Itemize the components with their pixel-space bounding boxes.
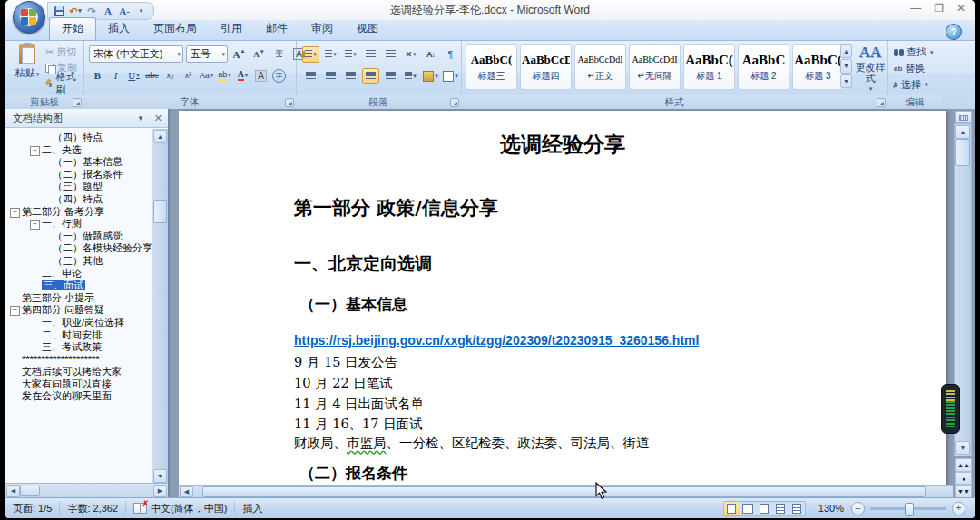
- select-browse-object-button[interactable]: ●: [956, 472, 972, 486]
- sort-button[interactable]: A↓: [422, 46, 439, 63]
- change-case-button[interactable]: Aa▾: [198, 67, 215, 83]
- distribute-button[interactable]: [382, 68, 399, 84]
- next-page-button[interactable]: ▼▼: [956, 485, 972, 498]
- print-layout-button[interactable]: [724, 502, 740, 515]
- change-styles-button[interactable]: AA 更改样式 ▾: [855, 44, 886, 91]
- collapse-icon[interactable]: −: [10, 306, 20, 316]
- ribbon-tab[interactable]: 页面布局: [142, 18, 209, 40]
- sidebar-hscroll-thumb[interactable]: [20, 486, 40, 496]
- restore-button[interactable]: ❐: [934, 2, 944, 15]
- strikethrough-button[interactable]: abc: [143, 67, 161, 83]
- phonetic-guide-button[interactable]: 变: [270, 46, 288, 63]
- sidebar-vertical-scrollbar[interactable]: ▲ ▼: [152, 129, 168, 484]
- paste-button[interactable]: 粘贴▾: [13, 44, 42, 93]
- document-scroll-thumb[interactable]: [956, 139, 970, 166]
- increase-indent-button[interactable]: [382, 46, 399, 63]
- document-map-item[interactable]: − 发在会议的聊天里面: [5, 390, 152, 403]
- subscript-button[interactable]: x₂: [162, 67, 179, 83]
- previous-page-button[interactable]: ▲▲: [956, 458, 972, 472]
- ribbon-tab[interactable]: 插入: [96, 18, 142, 40]
- style-card[interactable]: AaBbC 标题 2: [738, 44, 789, 90]
- hyperlink[interactable]: https://rsj.beijing.gov.cn/xxgk/tzgg/202…: [294, 333, 699, 348]
- document-map-item[interactable]: − 二、央选: [5, 144, 152, 157]
- align-left-button[interactable]: [302, 68, 319, 84]
- bold-button[interactable]: B: [89, 67, 106, 83]
- document-map-item[interactable]: − 二、时间安排: [5, 329, 152, 342]
- document-map-item[interactable]: − 第三部分 小提示: [5, 292, 152, 305]
- borders-button[interactable]: ▾: [442, 68, 459, 84]
- scroll-up-icon[interactable]: ▲: [153, 130, 167, 143]
- style-card[interactable]: AaBbC( 标题 1: [683, 44, 735, 90]
- document-map-item[interactable]: − （一）基本信息: [5, 156, 152, 169]
- show-marks-button[interactable]: ¶: [442, 46, 459, 63]
- style-card[interactable]: AaBbCcD 标题四: [520, 44, 572, 90]
- document-map-item[interactable]: − 二、申论: [5, 268, 152, 280]
- scroll-left-icon[interactable]: ◀: [180, 486, 193, 497]
- clipboard-dialog-launcher[interactable]: [73, 98, 82, 107]
- word-count[interactable]: 字数: 2,362: [60, 501, 126, 515]
- character-shading-button[interactable]: A: [252, 67, 270, 83]
- cut-button[interactable]: ✂剪切: [44, 44, 83, 60]
- paragraph-dialog-launcher[interactable]: [450, 98, 459, 107]
- page-indicator[interactable]: 页面: 1/5: [5, 501, 60, 515]
- align-right-button[interactable]: [342, 68, 359, 84]
- gallery-up-button[interactable]: ▲: [840, 44, 852, 58]
- collapse-icon[interactable]: −: [30, 220, 40, 230]
- proofing-status[interactable]: 中文(简体，中国): [126, 501, 235, 515]
- zoom-slider[interactable]: [870, 507, 946, 510]
- scroll-left-icon[interactable]: ◀: [6, 485, 20, 497]
- justify-button[interactable]: [362, 68, 379, 84]
- style-card[interactable]: AaBbCcDdI ↵无间隔: [629, 44, 681, 90]
- close-pane-icon[interactable]: ✕: [154, 113, 162, 124]
- fullscreen-reading-button[interactable]: [740, 502, 756, 515]
- italic-button[interactable]: I: [107, 67, 124, 83]
- sidebar-horizontal-scrollbar[interactable]: ◀ ▶: [5, 483, 168, 498]
- document-map-item[interactable]: − 大家有问题可以直接: [5, 378, 152, 391]
- document-map-item[interactable]: − 三、考试政策: [5, 341, 152, 354]
- style-card[interactable]: AaBbCcDdI ↵正文: [574, 44, 626, 90]
- document-map-item[interactable]: − （二）各模块经验分享: [5, 242, 152, 255]
- zoom-level[interactable]: 130%: [818, 503, 844, 514]
- document-map-header[interactable]: 文档结构图 ▼ ✕: [5, 109, 168, 128]
- line-spacing-button[interactable]: ▾: [402, 68, 419, 84]
- minimize-button[interactable]: —: [910, 2, 921, 15]
- ribbon-tab[interactable]: 引用: [209, 18, 254, 40]
- office-button[interactable]: [13, 1, 45, 34]
- document-map-item[interactable]: − 第二部分 备考分享: [5, 206, 152, 219]
- document-map-item[interactable]: − （一）做题感觉: [5, 231, 152, 243]
- scroll-down-icon[interactable]: ▼: [153, 469, 167, 483]
- draft-view-button[interactable]: [789, 502, 805, 515]
- document-horizontal-scrollbar[interactable]: ◀: [179, 485, 953, 498]
- find-button[interactable]: 查找▾: [892, 44, 936, 60]
- gallery-down-button[interactable]: ▼: [840, 59, 852, 73]
- collapse-icon[interactable]: −: [10, 208, 20, 218]
- sidebar-scroll-thumb[interactable]: [153, 200, 167, 223]
- scroll-right-icon[interactable]: ▶: [153, 485, 167, 497]
- styles-dialog-launcher[interactable]: [877, 98, 886, 107]
- style-card[interactable]: AaBbC( 标题三: [466, 44, 517, 90]
- document-map-item[interactable]: − （四）特点: [5, 193, 152, 206]
- document-map-item[interactable]: − （四）特点: [5, 132, 152, 144]
- numbering-button[interactable]: ▾: [322, 46, 339, 63]
- document-hscroll-thumb[interactable]: [202, 486, 926, 497]
- ribbon-tab[interactable]: 开始: [49, 17, 96, 40]
- grow-font-button[interactable]: A▲: [230, 46, 248, 63]
- zoom-out-button[interactable]: –: [851, 502, 865, 515]
- bullets-button[interactable]: ▾: [302, 46, 319, 63]
- document-map-item[interactable]: − 三、面试: [5, 280, 152, 292]
- scroll-down-icon[interactable]: ▼: [956, 441, 970, 455]
- multilevel-list-button[interactable]: ▾: [342, 46, 359, 63]
- collapse-icon[interactable]: −: [30, 146, 40, 156]
- ribbon-tab[interactable]: 邮件: [254, 18, 299, 40]
- document-map-item[interactable]: − （三）题型: [5, 181, 152, 193]
- decrease-indent-button[interactable]: [362, 46, 379, 63]
- underline-button[interactable]: U▾: [125, 67, 142, 83]
- replace-button[interactable]: ab替换: [892, 61, 936, 76]
- select-button[interactable]: 选择▾: [892, 77, 936, 93]
- font-dialog-launcher[interactable]: [285, 98, 294, 107]
- font-color-button[interactable]: A▾: [234, 67, 251, 83]
- outline-view-button[interactable]: [773, 502, 789, 515]
- help-button[interactable]: ?: [946, 24, 962, 40]
- document-map-item[interactable]: − 文档后续可以拷给大家: [5, 366, 152, 378]
- format-painter-button[interactable]: 格式刷: [44, 75, 83, 91]
